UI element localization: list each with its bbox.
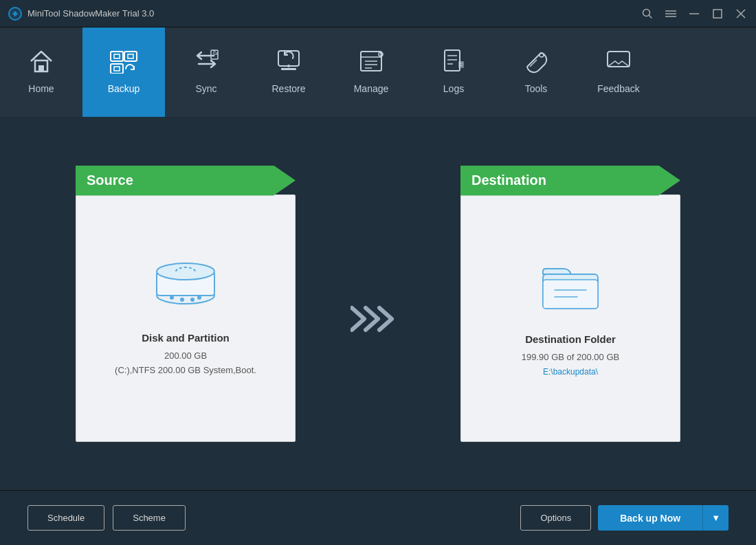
dest-size: 199.90 GB of 200.00 GB <box>522 351 619 365</box>
svg-rect-49 <box>543 280 598 309</box>
nav-bar: Home Backup <box>0 27 756 117</box>
svg-rect-16 <box>111 64 123 74</box>
search-button[interactable] <box>641 7 654 21</box>
main-content: Source Disk and Partition <box>0 117 756 490</box>
nav-label-manage: Manage <box>354 83 389 94</box>
app-logo-icon <box>8 7 22 21</box>
title-bar: MiniTool ShadowMaker Trial 3.0 <box>0 0 756 27</box>
nav-label-restore: Restore <box>271 83 305 94</box>
scheme-button[interactable]: Scheme <box>113 505 186 531</box>
svg-point-43 <box>157 263 214 280</box>
svg-rect-14 <box>124 52 137 61</box>
nav-item-tools[interactable]: Tools <box>495 27 577 117</box>
schedule-button[interactable]: Schedule <box>27 505 104 531</box>
bottom-right-buttons: Options Back up Now ▼ <box>520 505 729 531</box>
destination-panel[interactable]: Destination Destination Folder 199.90 GB… <box>460 166 680 442</box>
svg-rect-13 <box>114 54 120 58</box>
home-icon <box>28 49 54 78</box>
dest-title: Destination Folder <box>525 333 616 345</box>
options-button[interactable]: Options <box>520 505 591 531</box>
dest-header: Destination <box>460 166 680 196</box>
close-button[interactable] <box>734 7 748 21</box>
arrow-area <box>351 305 405 333</box>
nav-item-sync[interactable]: Sync <box>165 27 247 117</box>
svg-rect-17 <box>114 67 120 71</box>
svg-point-46 <box>190 298 194 302</box>
nav-item-backup[interactable]: Backup <box>82 27 165 117</box>
destination-card[interactable]: Destination Folder 199.90 GB of 200.00 G… <box>460 194 680 442</box>
backup-now-button[interactable]: Back up Now <box>598 505 702 531</box>
svg-rect-19 <box>278 51 299 66</box>
svg-rect-21 <box>281 68 296 70</box>
bottom-left-buttons: Schedule Scheme <box>27 505 186 531</box>
svg-point-44 <box>170 296 174 300</box>
nav-item-logs[interactable]: Logs <box>412 27 495 117</box>
source-card[interactable]: Disk and Partition 200.00 GB (C:),NTFS 2… <box>76 194 296 442</box>
nav-label-tools: Tools <box>525 83 548 94</box>
source-header: Source <box>76 166 296 196</box>
bottom-bar: Schedule Scheme Options Back up Now ▼ <box>0 490 756 545</box>
nav-item-home[interactable]: Home <box>0 27 82 117</box>
menu-button[interactable] <box>664 7 678 21</box>
nav-label-feedback: Feedback <box>597 83 639 94</box>
minimize-button[interactable] <box>687 7 701 21</box>
source-title: Disk and Partition <box>142 332 230 344</box>
maximize-button[interactable] <box>711 7 724 21</box>
svg-line-2 <box>649 15 652 18</box>
tools-icon <box>523 49 549 78</box>
svg-rect-7 <box>713 10 722 18</box>
nav-label-sync: Sync <box>195 83 216 94</box>
nav-item-feedback[interactable]: Feedback <box>577 27 660 117</box>
svg-point-20 <box>287 65 290 67</box>
folder-icon <box>540 259 601 317</box>
svg-point-47 <box>197 296 201 300</box>
svg-point-45 <box>180 298 184 302</box>
sync-icon <box>193 49 219 78</box>
backup-dropdown-button[interactable]: ▼ <box>702 505 729 531</box>
svg-rect-11 <box>38 65 44 71</box>
app-title: MiniTool ShadowMaker Trial 3.0 <box>27 8 154 19</box>
nav-label-logs: Logs <box>443 83 464 94</box>
manage-icon <box>358 49 384 78</box>
dest-path: E:\backupdata\ <box>543 367 598 377</box>
logs-icon <box>441 49 467 78</box>
svg-rect-15 <box>128 54 133 58</box>
disk-icon <box>151 258 220 315</box>
svg-rect-12 <box>111 52 123 61</box>
nav-label-home: Home <box>28 83 54 94</box>
svg-rect-35 <box>458 61 464 68</box>
svg-point-22 <box>286 54 287 55</box>
feedback-icon <box>605 49 632 78</box>
title-left: MiniTool ShadowMaker Trial 3.0 <box>8 7 154 21</box>
title-controls <box>641 7 748 21</box>
restore-icon <box>276 49 302 78</box>
source-size: 200.00 GB <box>164 349 207 364</box>
source-panel[interactable]: Source Disk and Partition <box>76 166 296 442</box>
dropdown-arrow-icon: ▼ <box>711 513 720 523</box>
source-detail: (C:),NTFS 200.00 GB System,Boot. <box>115 364 256 378</box>
backup-icon <box>109 49 138 78</box>
nav-label-backup: Backup <box>108 83 140 94</box>
nav-item-manage[interactable]: Manage <box>330 27 412 117</box>
nav-item-restore[interactable]: Restore <box>247 27 330 117</box>
svg-rect-31 <box>445 50 460 71</box>
